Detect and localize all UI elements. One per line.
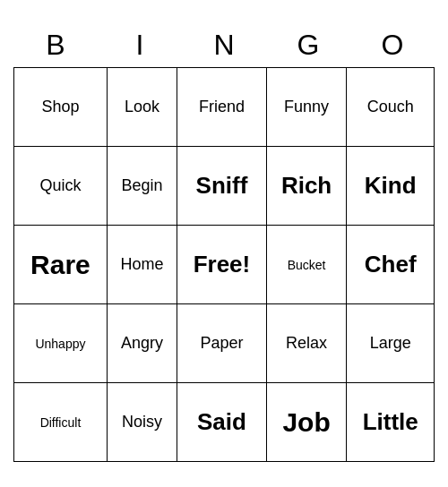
bingo-header: BINGO	[13, 25, 435, 65]
bingo-cell: Free!	[177, 226, 267, 304]
bingo-cell: Chef	[347, 226, 435, 304]
table-row: ShopLookFriendFunnyCouch	[14, 68, 435, 147]
table-row: QuickBeginSniffRichKind	[14, 147, 435, 226]
header-letter-I: I	[98, 25, 182, 65]
bingo-cell: Look	[107, 68, 177, 147]
bingo-cell: Rare	[14, 226, 108, 304]
bingo-cell: Said	[177, 383, 267, 462]
bingo-cell: Sniff	[177, 147, 267, 226]
bingo-cell: Relax	[266, 304, 347, 383]
bingo-cell: Kind	[347, 147, 435, 226]
bingo-cell: Couch	[347, 68, 435, 147]
table-row: UnhappyAngryPaperRelaxLarge	[14, 304, 435, 383]
table-row: DifficultNoisySaidJobLittle	[14, 383, 435, 462]
header-letter-O: O	[350, 25, 435, 65]
header-letter-N: N	[182, 25, 266, 65]
header-letter-G: G	[266, 25, 350, 65]
bingo-cell: Funny	[266, 68, 347, 147]
bingo-cell: Difficult	[14, 383, 108, 462]
bingo-cell: Shop	[14, 68, 108, 147]
bingo-cell: Job	[266, 383, 347, 462]
bingo-card: BINGO ShopLookFriendFunnyCouchQuickBegin…	[4, 16, 444, 471]
bingo-cell: Begin	[107, 147, 177, 226]
bingo-cell: Unhappy	[14, 304, 108, 383]
bingo-cell: Friend	[177, 68, 267, 147]
header-letter-B: B	[13, 25, 98, 65]
bingo-cell: Angry	[107, 304, 177, 383]
bingo-cell: Bucket	[266, 226, 347, 304]
bingo-cell: Noisy	[107, 383, 177, 462]
bingo-cell: Little	[347, 383, 435, 462]
bingo-cell: Rich	[266, 147, 347, 226]
bingo-cell: Home	[107, 226, 177, 304]
table-row: RareHomeFree!BucketChef	[14, 226, 435, 304]
bingo-grid: ShopLookFriendFunnyCouchQuickBeginSniffR…	[13, 67, 435, 462]
bingo-cell: Quick	[14, 147, 108, 226]
bingo-cell: Large	[347, 304, 435, 383]
bingo-cell: Paper	[177, 304, 267, 383]
